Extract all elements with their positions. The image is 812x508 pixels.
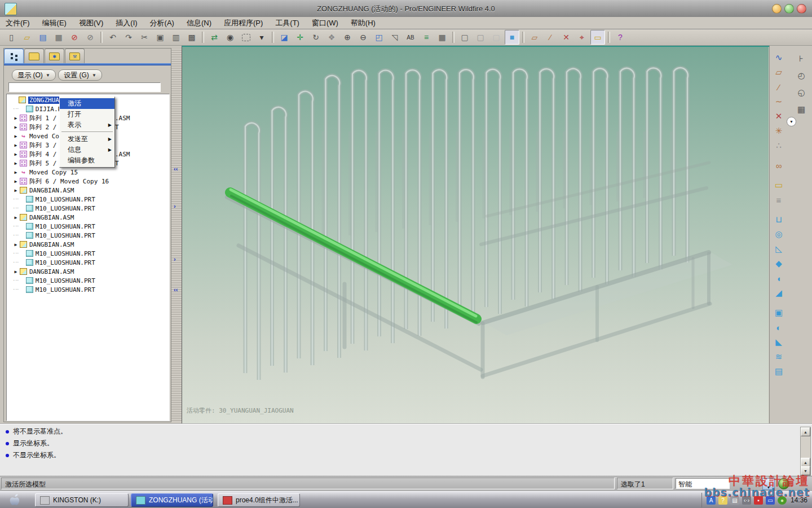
print-button[interactable]: ▦	[51, 30, 66, 45]
tree-row[interactable]: ▶DANGBIAN.ASM	[8, 267, 74, 276]
save-button[interactable]: ▤	[36, 30, 50, 45]
tree-row[interactable]: ▶↪Moved Co	[8, 132, 59, 141]
display-tray-icon[interactable]: ▭	[766, 496, 775, 505]
context-menu-item[interactable]: 发送至▶	[60, 134, 114, 144]
search-ball-icon[interactable]	[778, 478, 789, 489]
ime-icon[interactable]: A	[707, 496, 716, 505]
expand-arrow-icon[interactable]: ▶	[12, 215, 19, 220]
boundary-surface-tool-button[interactable]: ▤	[771, 364, 787, 379]
redo-button[interactable]: ↷	[121, 30, 136, 45]
menu-w[interactable]: 窗口(W)	[312, 18, 338, 28]
menu-e[interactable]: 编辑(E)	[42, 18, 67, 28]
expand-arrow-icon[interactable]: ▶	[12, 269, 19, 274]
context-menu-item[interactable]: 编辑参数	[60, 155, 114, 166]
taskbar-button[interactable]: ZONGZHUANG (活动...	[131, 493, 213, 507]
expand-arrow-icon[interactable]: ▶	[12, 152, 19, 157]
maximize-button[interactable]	[784, 4, 794, 14]
network-tray-icon[interactable]: ‹·›	[742, 496, 751, 505]
revolve-tool-button[interactable]: ◎	[771, 227, 787, 242]
tree-row[interactable]: ▶阵列 6 / Moved Copy 16	[8, 177, 109, 186]
tree-row[interactable]: ▶阵列 4 /.ASM	[8, 150, 57, 159]
erase-not-displayed-button[interactable]: ⊘	[67, 30, 82, 45]
tree-row[interactable]: ▶↪Moved Copy 15	[8, 168, 78, 177]
repaint-button[interactable]: ◪	[277, 30, 292, 45]
open-button[interactable]: ▱	[20, 30, 34, 45]
round-tool-button[interactable]: ◖	[771, 271, 787, 286]
half-view-button[interactable]: ⊦	[793, 50, 809, 67]
menu-p[interactable]: 应用程序(P)	[224, 18, 263, 28]
alert-tray-icon[interactable]: ▪	[754, 496, 763, 505]
collapse-chevron-icon[interactable]: ‹‹	[174, 167, 178, 171]
datum-csys-toggle[interactable]: ⌖	[575, 30, 589, 45]
menu-f[interactable]: 文件(F)	[6, 18, 30, 28]
scroll-up-button[interactable]: ▲	[801, 427, 810, 436]
tree-row[interactable]: ·┈M10_LUOSHUAN.PRT	[8, 249, 95, 258]
datum-curve-tool-button[interactable]: ∼	[771, 94, 787, 109]
view-manager-button[interactable]: ▦	[435, 30, 449, 45]
expand-chevron-icon[interactable]: ›	[174, 257, 176, 261]
copy-button[interactable]: ▣	[153, 30, 167, 45]
datum-csys-tool-button[interactable]: ✳	[771, 124, 787, 138]
minimize-button[interactable]	[772, 4, 782, 14]
annotations-toggle[interactable]: ▭	[590, 30, 605, 45]
settings-menu-button[interactable]: 设置 (G)▼	[58, 69, 102, 81]
show-menu-button[interactable]: 显示 (O)▼	[12, 69, 56, 81]
section-view-b-button[interactable]: ◵	[793, 84, 809, 101]
layers-button[interactable]: ≡	[419, 30, 434, 45]
tree-row[interactable]: ·┈M10_LUOSHUAN.PRT	[8, 276, 95, 285]
close-button[interactable]	[797, 4, 806, 14]
paste-special-button[interactable]: ▩	[184, 30, 199, 45]
delete-not-displayed-button[interactable]: ⊘	[83, 30, 98, 45]
tree-row[interactable]: ·┈M10_LUOSHUAN.PRT	[8, 195, 95, 204]
menu-i[interactable]: 插入(I)	[116, 18, 137, 28]
taskbar-button[interactable]: proe4.0组件中激活...	[218, 493, 300, 507]
point-field-tool-button[interactable]: ∴	[771, 138, 787, 153]
expand-arrow-icon[interactable]: ▶	[12, 116, 19, 121]
tree-row[interactable]: ▶阵列 1 /.ASM	[8, 113, 57, 122]
find-button[interactable]: ◉	[223, 30, 237, 45]
new-file-button[interactable]: ▯	[4, 30, 19, 45]
undo-button[interactable]: ↶	[105, 30, 120, 45]
tree-row[interactable]: ·┈M10_LUOSHUAN.PRT	[8, 204, 95, 213]
expand-chevron-icon[interactable]: ›	[174, 204, 176, 208]
help-tray-icon[interactable]: ?	[718, 496, 727, 505]
extrude-tool-button[interactable]: ⊔	[771, 212, 787, 227]
message-area[interactable]: 将不显示基准点。显示坐标系。不显示坐标系。 ▲ ▲ ▼	[0, 423, 812, 476]
sweep-tool-button[interactable]: ◺	[771, 242, 787, 256]
tree-row[interactable]: ·┈M10_LUOSHUAN.PRT	[8, 258, 95, 267]
select-dropdown-button[interactable]: ▾	[254, 30, 269, 45]
annotation-orient-button[interactable]: AB	[403, 30, 418, 45]
datum-plane-tool-button[interactable]: ▱	[771, 65, 787, 80]
mirror-tool-button[interactable]: ◐	[771, 320, 787, 335]
tree-row[interactable]: ·┈M10_LUOSHUAN.PRT	[8, 285, 95, 294]
paste-button[interactable]: ▥	[169, 30, 183, 45]
menu-t[interactable]: 工具(T)	[275, 18, 299, 28]
context-menu-item[interactable]: 激活	[60, 98, 114, 109]
tree-row[interactable]: ·┈M10_LUOSHUAN.PRT	[8, 231, 95, 240]
tree-row[interactable]: ▶DANGBIAN.ASM	[8, 240, 74, 249]
context-menu-item[interactable]: 信息▶	[60, 144, 114, 155]
spin-center-button[interactable]: ✛	[293, 30, 307, 45]
toolbar-overflow-dropdown[interactable]: ▼	[787, 117, 796, 126]
title-bar[interactable]: ZONGZHUANG (活动的) - Pro/ENGINEER Wildfire…	[0, 0, 812, 17]
expand-arrow-icon[interactable]: ▶	[12, 125, 19, 130]
blend-tool-button[interactable]: ◆	[771, 256, 787, 271]
message-scrollbar[interactable]: ▲ ▲ ▼	[800, 427, 811, 476]
chamfer-tool-button[interactable]: ◢	[771, 286, 787, 300]
menu-n[interactable]: 信息(N)	[187, 18, 211, 28]
wireframe-button[interactable]: ▢	[457, 30, 472, 45]
no-hidden-button[interactable]: ▢	[489, 30, 504, 45]
graphics-viewport[interactable]: 活动零件: 30_YUANGUAN_JIAOGUAN	[182, 46, 769, 423]
context-help-button[interactable]: ?	[613, 30, 628, 45]
tree-row[interactable]: ▶DANGBIAN.ASM	[8, 186, 74, 195]
expand-arrow-icon[interactable]: ▶	[12, 143, 19, 148]
selection-filter-combo[interactable]: 智能	[676, 478, 730, 489]
grid-display-button[interactable]: ▦	[793, 101, 809, 118]
tree-row[interactable]: ·┈M10_LUOSHUAN.PRT	[8, 222, 95, 231]
regenerate-button[interactable]: ⇄	[207, 30, 222, 45]
tab-favorites[interactable]: ✱	[45, 49, 64, 64]
antivirus-tray-icon[interactable]: ●	[778, 496, 787, 505]
chain-tool-button[interactable]: ∞	[771, 158, 787, 173]
sketch-tool-button[interactable]: ∿	[771, 50, 787, 65]
start-button[interactable]	[5, 493, 24, 507]
